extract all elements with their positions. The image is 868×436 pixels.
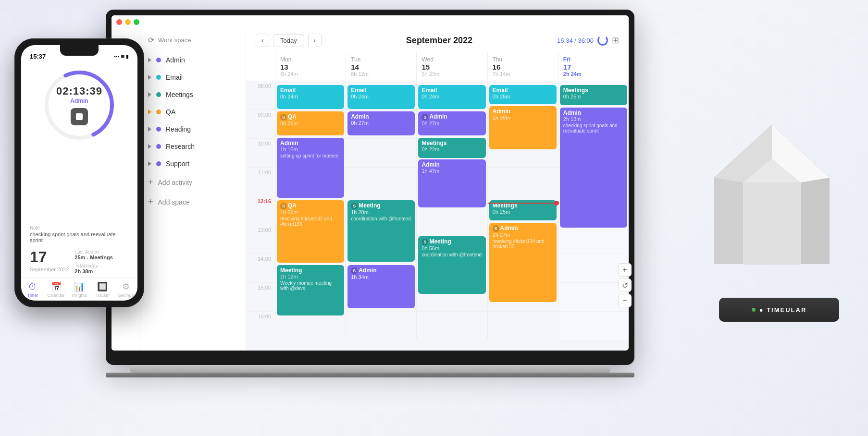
zoom-in-button[interactable]: + — [618, 263, 632, 277]
timer-section: 02:13:39 Admin — [21, 62, 137, 223]
meetings-arrow — [148, 92, 151, 97]
zoom-out-button[interactable]: − — [618, 294, 632, 307]
days-grid: Email 0h 24m SQA 0h 26m Admin — [275, 81, 629, 340]
phone-nav-tracker[interactable]: 🔲 Tracker — [92, 281, 113, 298]
activity-meetings[interactable]: Meetings — [140, 86, 246, 103]
workspace-header: ⟳ Work space — [140, 29, 246, 51]
event-thu-email[interactable]: Email 0h 26m — [489, 85, 557, 104]
total-label: Total today — [74, 263, 112, 268]
event-tue-admin2[interactable]: SAdmin 1h 34m — [347, 265, 415, 308]
workspace-icon: ⟳ — [148, 36, 154, 45]
event-mon-email[interactable]: Email 0h 24m — [277, 85, 344, 109]
event-mon-qa2[interactable]: SQA 1h 56m resolving #ticket132 and #tic… — [277, 200, 344, 263]
day-header-wed: Wed 15 5h 23m — [416, 52, 487, 81]
event-fri-admin[interactable]: Admin 2h 13m checking sprint goals and r… — [560, 108, 627, 228]
timer-nav-icon: ⏱ — [28, 282, 37, 292]
activity-reading[interactable]: Reading — [140, 121, 246, 138]
reading-label: Reading — [166, 125, 191, 133]
activity-email[interactable]: Email — [140, 69, 246, 86]
event-mon-meeting[interactable]: Meeting 1h 12m Weekly momee meeting with… — [277, 265, 344, 315]
zoom-reset-button[interactable]: ↺ — [618, 279, 632, 292]
timer-time: 02:13:39 — [56, 85, 102, 97]
phone-nav-timer[interactable]: ⏱ Timer — [22, 282, 43, 298]
insights-nav-icon: 📊 — [74, 281, 85, 292]
total-today-stat: Total today 2h 38m — [74, 263, 112, 274]
now-dot — [554, 201, 559, 206]
add-space-button[interactable]: + Add space — [140, 192, 246, 212]
day-header-mon: Mon 13 6h 24m — [275, 52, 346, 81]
event-mon-qa[interactable]: SQA 0h 26m — [277, 111, 344, 135]
add-space-plus: + — [148, 197, 153, 207]
svg-marker-12 — [714, 178, 743, 264]
stop-button[interactable] — [71, 108, 88, 125]
event-tue-admin[interactable]: Admin 0h 27m — [347, 111, 415, 135]
laptop-screen: calendar — [112, 15, 629, 351]
svg-marker-13 — [801, 178, 830, 264]
next-week-button[interactable]: › — [308, 34, 322, 47]
calendar-main: ‹ Today › September 2022 16:34 / 36:00 ⊞ — [246, 29, 629, 351]
day-header-fri: Fri 17 2h 24m — [558, 52, 629, 81]
timeular-logo: ● TIMEULAR — [759, 306, 807, 314]
event-wed-meeting[interactable]: SMeeting 0h 56m coordination with @front… — [418, 236, 485, 294]
total-value: 2h 38m — [74, 268, 112, 274]
event-mon-admin[interactable]: Admin 1h 15m setting up sprint for momee — [277, 138, 344, 198]
day-col-wed: Email 0h 24m SAdmin 0h 27m Meetings — [416, 81, 487, 340]
email-dot — [156, 75, 161, 80]
calendar-nav-icon: 📅 — [51, 281, 62, 292]
timer-nav-label: Timer — [27, 293, 38, 298]
admin-dot — [156, 58, 161, 62]
note-text: checking sprint goals and reevaluate spr… — [30, 231, 129, 243]
prev-week-button[interactable]: ‹ — [256, 34, 269, 47]
today-button[interactable]: Today — [273, 34, 304, 47]
calendar-nav-label: Calendar — [47, 293, 65, 298]
settings-nav-icon: ⚙ — [122, 281, 130, 292]
phone-nav-insights[interactable]: 📊 Insights — [69, 281, 90, 298]
event-wed-meetings[interactable]: Meetings 0h 22m — [418, 138, 485, 158]
event-thu-admin2[interactable]: SAdmin 2h 27m resolving #ticket134 and #… — [489, 223, 557, 302]
add-activity-button[interactable]: + Add activity — [140, 172, 246, 192]
minimize-button[interactable] — [125, 19, 131, 25]
admin-arrow — [148, 58, 151, 62]
phone-nav-calendar[interactable]: 📅 Calendar — [46, 281, 67, 298]
date-section: 17 September 2022 Last Added 25m - Meeti… — [21, 246, 137, 277]
timeular-led — [752, 308, 756, 312]
event-fri-meetings[interactable]: Meetings 0h 25m — [560, 85, 627, 105]
add-activity-plus: + — [148, 177, 153, 187]
activity-support[interactable]: Support — [140, 155, 246, 172]
timer-display: 02:13:39 Admin — [56, 85, 102, 125]
maximize-button[interactable] — [134, 19, 139, 25]
research-arrow — [148, 144, 151, 149]
event-tue-meeting[interactable]: SMeeting 1h 20m coordination with @front… — [347, 200, 415, 262]
research-label: Research — [166, 143, 195, 150]
timeular-base: ● TIMEULAR — [719, 298, 839, 322]
calendar-grid[interactable]: 08:00 09:00 10:00 11:00 12:16 13:00 14:0… — [246, 81, 629, 351]
time-info: 16:34 / 36:00 ⊞ — [557, 35, 619, 46]
qa-arrow — [148, 109, 151, 114]
event-wed-admin[interactable]: SAdmin 0h 27m — [418, 111, 485, 135]
insights-nav-label: Insights — [72, 293, 87, 298]
activity-qa[interactable]: QA — [140, 103, 246, 121]
day-header-thu: Thu 16 7h 14m — [487, 52, 558, 81]
date-month-year: September 2022 — [30, 266, 69, 272]
admin-label: Admin — [166, 56, 185, 64]
settings-nav-label: Settings — [118, 293, 134, 298]
phone-nav-settings[interactable]: ⚙ Settings — [115, 281, 136, 298]
close-button[interactable] — [116, 19, 122, 25]
grid-view-icon[interactable]: ⊞ — [612, 35, 619, 46]
timeular-diamond-svg — [705, 120, 839, 283]
stop-icon — [76, 113, 83, 120]
tracker-nav-label: Tracker — [95, 293, 110, 298]
phone-time: 15:37 — [30, 53, 46, 60]
event-wed-admin2[interactable]: Admin 1h 47m — [418, 159, 485, 207]
support-label: Support — [166, 160, 189, 168]
activity-research[interactable]: Research — [140, 138, 246, 155]
event-tue-email[interactable]: Email 0h 24m — [347, 85, 415, 109]
reading-dot — [156, 127, 161, 132]
event-thu-admin[interactable]: Admin 1h 39m — [489, 106, 557, 149]
meetings-label: Meetings — [166, 91, 193, 98]
svg-marker-14 — [743, 182, 801, 264]
event-wed-email[interactable]: Email 0h 24m — [418, 85, 485, 109]
qa-label: QA — [166, 108, 175, 116]
email-label: Email — [166, 73, 183, 81]
activity-admin[interactable]: Admin — [140, 51, 246, 69]
